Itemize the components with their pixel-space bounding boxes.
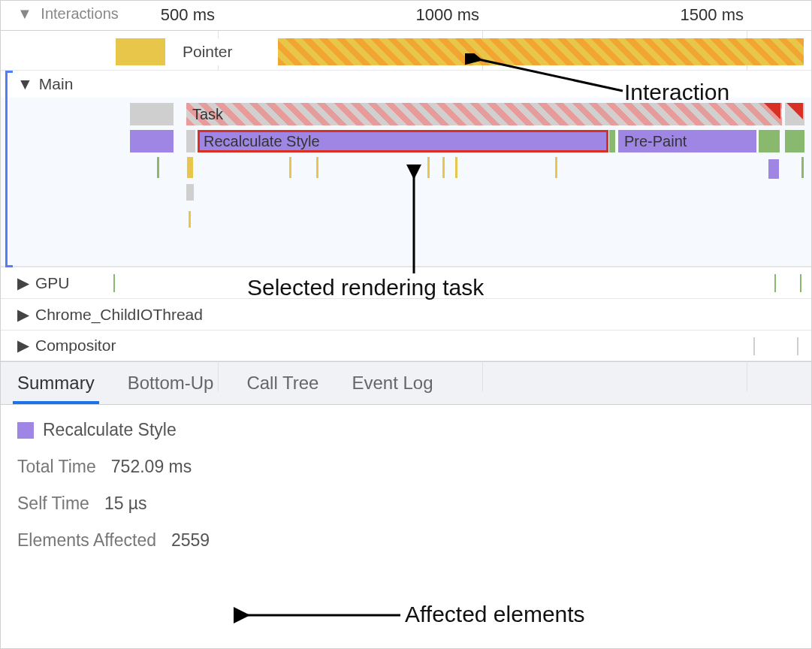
interaction-block[interactable] [116,38,165,65]
interaction-pointer-label[interactable]: Pointer [175,38,278,65]
flame-thin[interactable] [289,157,291,178]
flame-block[interactable] [186,130,195,152]
flame-thin[interactable] [316,157,318,178]
chevron-right-icon: ▶ [17,306,29,324]
gpu-tick [774,274,776,292]
flame-block[interactable] [130,130,174,152]
chevron-right-icon: ▶ [17,274,29,292]
gpu-tick [113,274,115,292]
flame-thin[interactable] [555,157,557,178]
tab-event-log[interactable]: Event Log [352,373,433,394]
tab-bottom-up[interactable]: Bottom-Up [128,373,214,394]
compositor-tick [797,337,798,355]
flame-task-block[interactable]: Task [186,103,782,125]
flame-thin[interactable] [455,157,457,178]
main-track-toggle[interactable]: ▼ Main [1,71,811,98]
details-tabs: Summary Bottom-Up Call Tree Event Log [1,361,811,405]
time-ruler: ▼ Interactions 500 ms 1000 ms 1500 ms [1,1,811,31]
flame-block[interactable] [759,130,780,152]
flame-thin[interactable] [187,157,193,178]
flame-thin[interactable] [186,184,194,201]
gpu-track-toggle[interactable]: ▶ GPU [1,267,811,298]
color-swatch [17,422,34,439]
flame-block[interactable] [130,103,174,125]
elements-affected-value: 2559 [171,530,210,551]
flame-thin[interactable] [768,159,779,179]
chevron-down-icon: ▼ [17,5,32,23]
ruler-tick: 500 ms [161,5,215,25]
flame-thin[interactable] [801,157,804,178]
warning-icon [786,103,803,119]
gpu-tick [800,274,801,292]
flame-thin[interactable] [157,157,159,178]
childio-track-toggle[interactable]: ▶ Chrome_ChildIOThread [1,298,811,330]
compositor-track-toggle[interactable]: ▶ Compositor [1,330,811,361]
total-time-value: 752.09 ms [111,457,192,477]
recalculate-style-block[interactable]: Recalculate Style [198,130,608,152]
self-time-value: 15 µs [104,494,147,514]
ruler-tick: 1000 ms [416,5,479,25]
interactions-track[interactable]: Pointer [1,31,811,70]
selection-bracket [5,71,13,267]
summary-title: Recalculate Style [43,420,177,440]
pre-paint-block[interactable]: Pre-Paint [618,130,756,152]
total-time-label: Total Time [17,457,96,477]
interaction-latency-bar[interactable] [278,38,804,65]
compositor-tick [753,337,755,355]
ruler-tick: 1500 ms [681,5,744,25]
flame-thin[interactable] [442,157,445,178]
flame-thin[interactable] [427,157,430,178]
flame-block[interactable] [785,130,804,152]
flame-thin[interactable] [189,211,191,228]
main-thread-track[interactable]: ▼ Main Task Recalculate Style Pre-Paint [1,70,811,267]
chevron-down-icon: ▼ [17,75,33,93]
interactions-section-toggle[interactable]: ▼ Interactions [17,5,119,23]
tab-call-tree[interactable]: Call Tree [246,373,318,394]
warning-icon [764,103,780,119]
interactions-section-label: Interactions [41,5,118,22]
chevron-right-icon: ▶ [17,337,29,355]
elements-affected-label: Elements Affected [17,530,156,551]
self-time-label: Self Time [17,494,89,514]
annotation-affected-elements: Affected elements [405,602,585,627]
tab-summary[interactable]: Summary [17,373,95,394]
flame-block[interactable] [609,130,615,152]
summary-panel: Recalculate Style Total Time 752.09 ms S… [1,405,811,582]
